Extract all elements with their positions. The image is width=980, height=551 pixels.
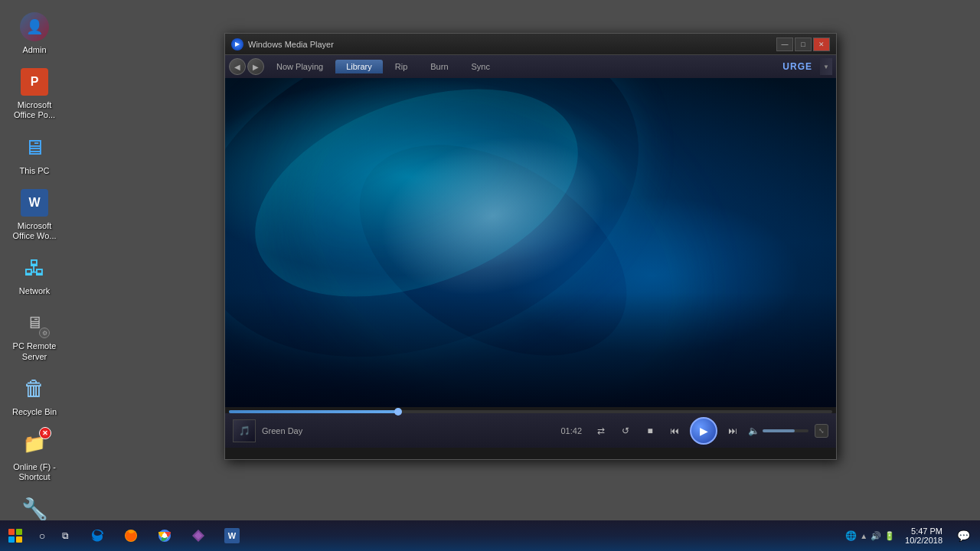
win-sq-red xyxy=(8,529,15,535)
wmp-tab-library[interactable]: Library xyxy=(335,60,383,73)
desktop-icon-this-pc[interactable]: 🖥 This PC xyxy=(4,129,65,180)
desktop-icon-pc-remote[interactable]: 🖥 ⚙ PC Remote Server xyxy=(4,304,65,365)
wmp-progress-fill xyxy=(229,410,398,413)
wmp-track-info: Green Day xyxy=(262,426,554,435)
wmp-close-button[interactable]: ✕ xyxy=(813,37,830,51)
start-button[interactable] xyxy=(0,520,31,551)
taskbar-clock[interactable]: 5:47 PM 10/2/2018 xyxy=(899,527,949,545)
chrome-icon xyxy=(157,528,172,543)
svg-point-3 xyxy=(162,533,167,538)
taskbar-task-view-button[interactable]: ⧉ xyxy=(54,524,77,547)
clock-time: 5:47 PM xyxy=(905,527,942,536)
notification-center-button[interactable]: 💬 xyxy=(952,521,974,550)
wmp-artist-label: Green Day xyxy=(262,426,302,435)
wmp-minimize-button[interactable]: — xyxy=(776,37,793,51)
wmp-tab-rip[interactable]: Rip xyxy=(384,60,419,73)
wmp-visualization xyxy=(225,78,836,407)
wmp-nav-more-button[interactable]: ▼ xyxy=(820,58,832,75)
win-sq-green xyxy=(16,529,22,535)
wmp-window-controls: — □ ✕ xyxy=(776,37,830,51)
wmp-forward-button[interactable]: ▶ xyxy=(247,58,264,75)
desktop-icon-label-online-f: Online (F) - Shortcut xyxy=(8,462,61,482)
desktop-icon-label-ms-office-wo: Microsoft Office Wo... xyxy=(8,221,61,241)
wmp-nav-bar: ◀ ▶ Now Playing Library Rip Burn Sync UR… xyxy=(225,55,836,78)
tray-battery-icon: 🔋 xyxy=(884,531,895,541)
wmp-volume-bar[interactable] xyxy=(763,429,808,432)
taskbar-app-stremio[interactable] xyxy=(183,521,214,550)
wmp-prev-button[interactable]: ⏮ xyxy=(665,422,684,440)
desktop-icon-label-this-pc: This PC xyxy=(19,166,49,176)
wmp-window-title: Windows Media Player xyxy=(248,40,776,49)
wmp-content-area xyxy=(225,78,836,407)
wmp-shuffle-button[interactable]: ⇄ xyxy=(592,422,610,440)
wmp-time-display: 01:42 xyxy=(560,426,582,435)
desktop-icon-online-f[interactable]: 📁 ✕ Online (F) - Shortcut xyxy=(4,425,65,486)
taskbar-tray-icons: 🌐 ▲ 🔊 🔋 xyxy=(845,530,895,541)
taskbar-apps-area: W xyxy=(77,521,839,550)
wmp-tab-now-playing[interactable]: Now Playing xyxy=(266,60,334,73)
desktop-icons-container: 👤 Admin P Microsoft Office Po... 🖥 This … xyxy=(0,0,100,551)
wmp-play-button[interactable]: ▶ xyxy=(690,417,717,445)
wmp-album-art: 🎵 xyxy=(233,419,256,442)
desktop-icon-admin[interactable]: 👤 Admin xyxy=(4,8,65,59)
wmp-volume-icon: 🔈 xyxy=(748,425,760,436)
wmp-volume-fill xyxy=(763,429,795,432)
desktop-icon-recycle-bin[interactable]: 🗑 Recycle Bin xyxy=(4,370,65,421)
clock-date: 10/2/2018 xyxy=(905,536,942,545)
wmp-tab-sync[interactable]: Sync xyxy=(461,60,501,73)
taskbar-app-chrome[interactable] xyxy=(149,521,180,550)
desktop-icon-label-recycle-bin: Recycle Bin xyxy=(12,407,57,417)
wmp-volume-control: 🔈 xyxy=(748,425,808,436)
tray-network-icon: 🌐 xyxy=(845,530,857,541)
desktop-icon-network[interactable]: 🖧 Network xyxy=(4,249,65,300)
wmp-tab-burn[interactable]: Burn xyxy=(420,60,459,73)
windows-logo-icon xyxy=(8,529,22,543)
wmp-repeat-button[interactable]: ↺ xyxy=(616,422,635,440)
stremio-icon xyxy=(191,528,206,543)
wmp-progress-area[interactable] xyxy=(225,407,836,413)
word-icon: W xyxy=(224,528,240,543)
wmp-progress-bar[interactable] xyxy=(229,410,832,413)
taskbar-app-word[interactable]: W xyxy=(217,521,247,550)
desktop-icon-label-admin: Admin xyxy=(22,45,46,55)
win-sq-yellow xyxy=(16,536,22,543)
wmp-mini-mode-button[interactable]: ⤡ xyxy=(815,424,828,438)
taskbar-app-edge[interactable] xyxy=(82,521,113,550)
taskbar: ○ ⧉ xyxy=(0,520,980,551)
desktop-icon-label-ms-office-po: Microsoft Office Po... xyxy=(8,100,61,120)
firefox-icon xyxy=(123,528,139,543)
wmp-back-button[interactable]: ◀ xyxy=(229,58,246,75)
desktop-icon-label-pc-remote: PC Remote Server xyxy=(8,341,61,361)
wmp-maximize-button[interactable]: □ xyxy=(795,37,812,51)
wmp-titlebar: ▶ Windows Media Player — □ ✕ xyxy=(225,34,836,55)
edge-icon xyxy=(90,528,105,543)
taskbar-system-tray: 🌐 ▲ 🔊 🔋 5:47 PM 10/2/2018 💬 xyxy=(839,521,980,550)
taskbar-app-firefox[interactable] xyxy=(116,521,146,550)
desktop: 👤 Admin P Microsoft Office Po... 🖥 This … xyxy=(0,0,980,551)
tray-arrow-up[interactable]: ▲ xyxy=(860,532,867,540)
desktop-icon-ms-office-po[interactable]: P Microsoft Office Po... xyxy=(4,63,65,124)
wmp-next-button[interactable]: ⏭ xyxy=(724,422,742,440)
tray-volume-icon[interactable]: 🔊 xyxy=(871,531,881,541)
wmp-window: ▶ Windows Media Player — □ ✕ ◀ ▶ Now Pla… xyxy=(224,33,837,460)
wmp-logo-icon: ▶ xyxy=(231,38,243,51)
wmp-progress-thumb[interactable] xyxy=(394,408,402,416)
viz-dark-overlay xyxy=(225,292,836,407)
wmp-stop-button[interactable]: ■ xyxy=(641,422,659,440)
desktop-icon-ms-office-wo[interactable]: W Microsoft Office Wo... xyxy=(4,184,65,245)
wmp-transport-bar: 🎵 Green Day 01:42 ⇄ ↺ ■ ⏮ ▶ ⏭ 🔈 xyxy=(225,413,836,448)
desktop-icon-label-network: Network xyxy=(19,286,50,296)
taskbar-search-button[interactable]: ○ xyxy=(31,524,54,547)
win-sq-blue xyxy=(8,536,15,543)
wmp-tab-urge[interactable]: URGE xyxy=(776,59,818,74)
